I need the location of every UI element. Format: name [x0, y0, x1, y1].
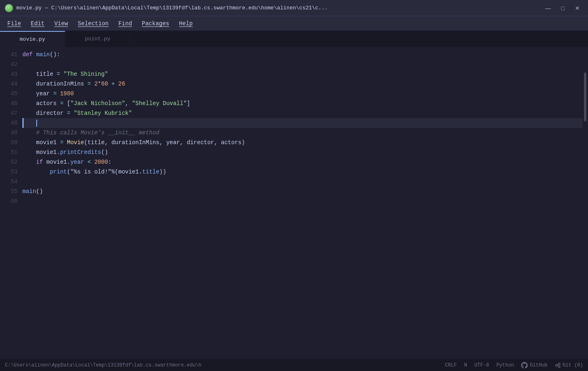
status-line-ending[interactable]: CRLF	[445, 362, 457, 368]
line-num-51: 51	[0, 147, 18, 157]
line-num-48: 48	[0, 118, 18, 128]
code-line-44: durationInMins = 2*60 + 26	[22, 79, 582, 89]
titlebar-controls: — □ ✕	[542, 4, 583, 12]
code-line-53: print("%s is old!"%(movie1.title))	[22, 167, 582, 177]
scrollbar[interactable]	[582, 47, 588, 359]
line-num-41: 41	[0, 50, 18, 59]
status-github[interactable]: GitHub	[521, 362, 547, 369]
menu-selection[interactable]: Selection	[74, 19, 113, 29]
tab-point-py[interactable]: point.py	[65, 31, 130, 47]
code-line-51: movie1.printCredits()	[22, 147, 582, 157]
svg-point-2	[558, 366, 560, 367]
git-icon	[555, 362, 561, 368]
code-line-49: # This calls Movie's __init__ method	[22, 128, 582, 138]
code-line-43: title = "The Shining"	[22, 69, 582, 79]
statusbar-right: CRLF N UTF-8 Python GitHub Git (0)	[445, 362, 583, 369]
code-line-50: movie1 = Movie(title, durationInMins, ye…	[22, 138, 582, 147]
menu-help[interactable]: Help	[175, 19, 197, 29]
line-num-43: 43	[0, 69, 18, 79]
line-num-54: 54	[0, 177, 18, 187]
code-line-52: if movie1.year < 2000:	[22, 157, 582, 167]
git-label: Git (0)	[563, 362, 583, 368]
menu-packages[interactable]: Packages	[138, 19, 173, 29]
statusbar: C:\Users\alinen\AppData\Local\Temp\13139…	[0, 359, 588, 371]
menu-file[interactable]: File	[3, 19, 25, 29]
line-num-42: 42	[0, 59, 18, 69]
tab-label-point-py: point.py	[85, 36, 110, 42]
line-num-47: 47	[0, 108, 18, 118]
titlebar-left: movie.py — C:\Users\alinen\AppData\Local…	[5, 4, 328, 12]
status-encoding[interactable]: UTF-8	[474, 362, 489, 368]
svg-point-0	[555, 364, 557, 366]
github-label: GitHub	[530, 362, 547, 368]
line-num-45: 45	[0, 89, 18, 99]
tab-movie-py[interactable]: movie.py	[0, 31, 65, 47]
menu-edit[interactable]: Edit	[27, 19, 49, 29]
cursor	[36, 120, 37, 127]
menubar: File Edit View Selection Find Packages H…	[0, 16, 588, 31]
status-language[interactable]: Python	[496, 362, 514, 368]
line-num-49: 49	[0, 128, 18, 138]
code-line-47: director = "Stanley Kubrick"	[22, 108, 582, 118]
line-num-52: 52	[0, 157, 18, 167]
statusbar-left: C:\Users\alinen\AppData\Local\Temp\13139…	[5, 362, 201, 368]
code-area: 41 42 43 44 45 46 47 48 49 50 51 52 53 5…	[0, 47, 582, 359]
scrollbar-thumb[interactable]	[584, 72, 586, 121]
maximize-button[interactable]: □	[557, 4, 568, 12]
code-line-46: actors = ["Jack Nicholson", "Shelley Duv…	[22, 99, 582, 108]
svg-line-3	[557, 364, 559, 365]
code-line-56	[22, 196, 582, 206]
active-line-accent	[22, 118, 24, 128]
code-line-42	[22, 59, 582, 69]
editor-content[interactable]: 41 42 43 44 45 46 47 48 49 50 51 52 53 5…	[0, 47, 582, 359]
status-git[interactable]: Git (0)	[555, 362, 583, 368]
line-num-50: 50	[0, 138, 18, 147]
code-line-54	[22, 177, 582, 187]
app-icon	[5, 4, 13, 12]
titlebar: movie.py — C:\Users\alinen\AppData\Local…	[0, 0, 588, 16]
status-indentation[interactable]: N	[464, 362, 467, 368]
github-icon	[521, 362, 528, 369]
code-line-55: main()	[22, 187, 582, 196]
editor[interactable]: 41 42 43 44 45 46 47 48 49 50 51 52 53 5…	[0, 47, 588, 359]
code-lines[interactable]: def main(): title = "The Shining" durati…	[22, 49, 582, 359]
svg-point-1	[558, 363, 560, 364]
titlebar-title: movie.py — C:\Users\alinen\AppData\Local…	[16, 5, 328, 11]
menu-find[interactable]: Find	[114, 19, 136, 29]
close-button[interactable]: ✕	[572, 4, 583, 12]
tabbar: movie.py point.py	[0, 31, 588, 47]
minimize-button[interactable]: —	[542, 4, 554, 12]
line-num-55: 55	[0, 187, 18, 196]
line-num-44: 44	[0, 79, 18, 89]
menu-view[interactable]: View	[50, 19, 72, 29]
status-path[interactable]: C:\Users\alinen\AppData\Local\Temp\13139…	[5, 362, 201, 368]
line-num-53: 53	[0, 167, 18, 177]
code-line-45: year = 1980	[22, 89, 582, 99]
code-line-41: def main():	[22, 50, 582, 59]
line-numbers: 41 42 43 44 45 46 47 48 49 50 51 52 53 5…	[0, 49, 22, 359]
tab-label-movie-py: movie.py	[20, 36, 45, 42]
line-num-56: 56	[0, 196, 18, 206]
line-num-46: 46	[0, 99, 18, 108]
svg-line-4	[557, 365, 559, 366]
code-line-48	[22, 118, 582, 128]
